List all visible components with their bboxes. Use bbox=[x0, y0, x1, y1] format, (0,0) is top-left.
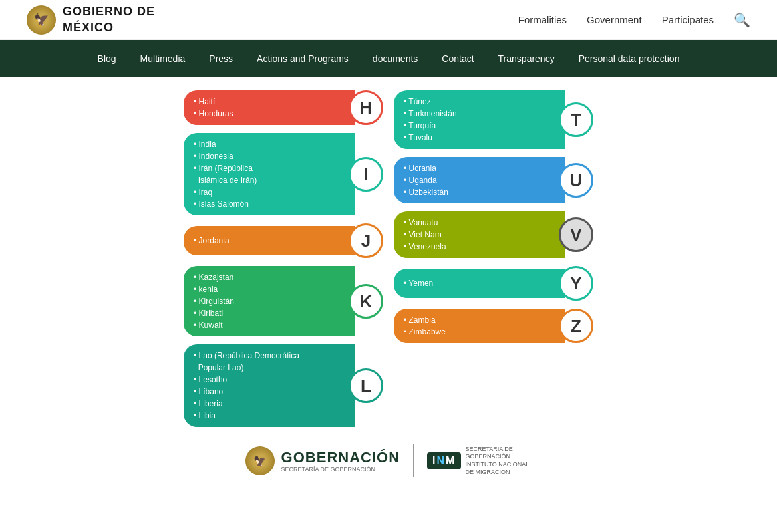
transparency-link[interactable]: Transparency bbox=[486, 40, 567, 77]
gobernacion-brand: 🦅 GOBERNACIÓN SECRETARÍA DE GOBERNACIÓN bbox=[245, 446, 400, 475]
logo-line1: GOBIERNO DE bbox=[63, 4, 155, 19]
countries-l: • Lao (República Democrática Popular Lao… bbox=[184, 344, 355, 427]
top-navigation: 🦅 GOBIERNO DE MÉXICO Formalities Governm… bbox=[0, 0, 777, 40]
logo-area[interactable]: 🦅 GOBIERNO DE MÉXICO bbox=[27, 4, 155, 35]
countries-h: • Haití • Honduras bbox=[184, 90, 355, 125]
search-icon[interactable]: 🔍 bbox=[734, 12, 750, 28]
blog-link[interactable]: Blog bbox=[86, 40, 128, 77]
infographic-container: • Haití • Honduras H • India • Indonesia… bbox=[156, 90, 621, 484]
letter-row-l: • Lao (República Democrática Popular Lao… bbox=[184, 344, 383, 427]
letter-z: Z bbox=[559, 309, 593, 343]
logo-line2: MÉXICO bbox=[63, 20, 155, 35]
countries-z: • Zambia • Zimbabwe bbox=[394, 309, 565, 343]
countries-j: • Jordania bbox=[184, 226, 355, 255]
letter-row-j: • Jordania J bbox=[184, 223, 383, 258]
letter-row-y: • Yemen Y bbox=[394, 266, 593, 301]
countries-v: • Vanuatu • Viet Nam • Venezuela bbox=[394, 211, 565, 258]
secondary-navigation: Blog Multimedia Press Actions and Progra… bbox=[0, 40, 777, 77]
government-emblem: 🦅 bbox=[27, 5, 56, 35]
letter-l: L bbox=[349, 368, 383, 403]
letter-i: I bbox=[349, 157, 383, 192]
countries-u: • Ucrania • Uganda • Uzbekistán bbox=[394, 157, 565, 203]
press-link[interactable]: Press bbox=[197, 40, 245, 77]
letter-row-u: • Ucrania • Uganda • Uzbekistán U bbox=[394, 157, 593, 203]
personal-data-link[interactable]: Personal data protection bbox=[567, 40, 692, 77]
formalities-link[interactable]: Formalities bbox=[518, 14, 567, 25]
countries-i: • India • Indonesia • Irán (República Is… bbox=[184, 133, 355, 215]
letter-row-t: • Túnez • Turkmenistán • Turquía • Tuval… bbox=[394, 90, 593, 149]
countries-k: • Kazajstan • kenia • Kirguistán • Kirib… bbox=[184, 266, 355, 336]
letter-k: K bbox=[349, 284, 383, 319]
multimedia-link[interactable]: Multimedia bbox=[128, 40, 198, 77]
gobernacion-subtitle: SECRETARÍA DE GOBERNACIÓN bbox=[281, 466, 400, 473]
countries-t: • Túnez • Turkmenistán • Turquía • Tuval… bbox=[394, 90, 565, 149]
countries-y: • Yemen bbox=[394, 269, 565, 298]
letter-u: U bbox=[559, 163, 593, 198]
main-content: • Haití • Honduras H • India • Indonesia… bbox=[0, 77, 777, 524]
letter-row-i: • India • Indonesia • Irán (República Is… bbox=[184, 133, 383, 215]
branding-section: 🦅 GOBERNACIÓN SECRETARÍA DE GOBERNACIÓN … bbox=[156, 444, 621, 477]
actions-programs-link[interactable]: Actions and Programs bbox=[245, 40, 361, 77]
documents-link[interactable]: documents bbox=[361, 40, 430, 77]
contact-link[interactable]: Contact bbox=[430, 40, 486, 77]
right-column: • Túnez • Turkmenistán • Turquía • Tuval… bbox=[394, 90, 593, 431]
letter-v: V bbox=[559, 217, 593, 252]
letter-row-v: • Vanuatu • Viet Nam • Venezuela V bbox=[394, 211, 593, 258]
inm-logo: INM bbox=[427, 452, 461, 469]
gobernacion-emblem: 🦅 bbox=[245, 446, 275, 475]
government-link[interactable]: Government bbox=[587, 14, 642, 25]
left-column: • Haití • Honduras H • India • Indonesia… bbox=[184, 90, 383, 431]
logo-text: GOBIERNO DE MÉXICO bbox=[63, 4, 155, 35]
letter-row-k: • Kazajstan • kenia • Kirguistán • Kirib… bbox=[184, 266, 383, 336]
top-nav-links: Formalities Government Participates 🔍 bbox=[518, 12, 750, 28]
letter-y: Y bbox=[559, 266, 593, 301]
inm-brand: INM SECRETARÍA DE GOBERNACIÓN INSTITUTO … bbox=[427, 446, 532, 477]
letter-t: T bbox=[559, 102, 593, 137]
gobernacion-title: GOBERNACIÓN bbox=[281, 449, 400, 466]
inm-text: SECRETARÍA DE GOBERNACIÓN INSTITUTO NACI… bbox=[465, 446, 532, 477]
letter-row-z: • Zambia • Zimbabwe Z bbox=[394, 309, 593, 343]
letter-j: J bbox=[349, 223, 383, 258]
letter-h: H bbox=[349, 90, 383, 125]
brand-divider bbox=[413, 444, 414, 477]
participates-link[interactable]: Participates bbox=[662, 14, 714, 25]
letter-row-h: • Haití • Honduras H bbox=[184, 90, 383, 125]
